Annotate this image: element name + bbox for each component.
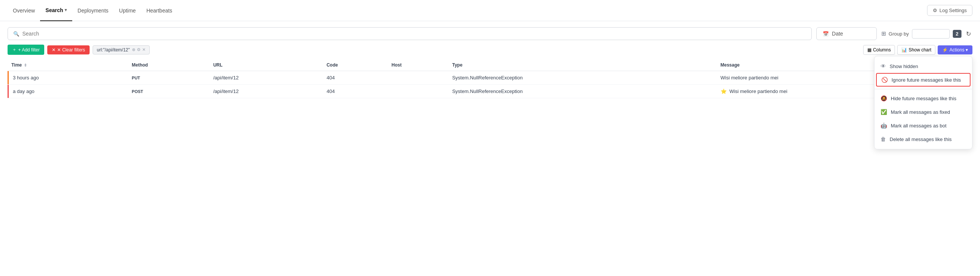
cell-host — [388, 85, 449, 98]
col-host[interactable]: Host — [388, 59, 449, 71]
col-code[interactable]: Code — [323, 59, 388, 71]
show-chart-button[interactable]: 📊 Show chart — [897, 45, 935, 55]
star-icon: ⭐ — [721, 88, 727, 94]
nav-search[interactable]: Search ▾ — [40, 0, 72, 21]
search-row: 🔍 📅 Date ⊞ Group by 2 ↻ — [8, 27, 972, 40]
dropdown-divider — [875, 89, 972, 89]
group-by-label: ⊞ Group by — [881, 30, 908, 37]
show-hidden-label: Show hidden — [889, 64, 918, 69]
cell-code: 404 — [323, 85, 388, 98]
search-box[interactable]: 🔍 — [8, 27, 812, 40]
table-row[interactable]: 3 hours ago PUT /api/item/12 404 System.… — [8, 71, 972, 85]
group-by-section: ⊞ Group by 2 ↻ — [881, 29, 972, 39]
cell-method: PUT — [128, 71, 210, 85]
nav-deployments[interactable]: Deployments — [72, 0, 114, 21]
show-hidden-icon: 👁 — [881, 63, 886, 69]
filter-row: ＋ + Add filter ✕ ✕ Clear filters url:"/a… — [8, 45, 972, 55]
hide-future-label: Hide future messages like this — [891, 96, 956, 101]
cell-url: /api/item/12 — [210, 71, 323, 85]
x-icon: ✕ — [52, 47, 56, 53]
dropdown-item-hide-future[interactable]: 🔕 Hide future messages like this — [875, 91, 972, 104]
refresh-icon: ↻ — [966, 30, 971, 37]
lightning-icon: ⚡ — [942, 47, 948, 53]
nav-uptime[interactable]: Uptime — [114, 0, 141, 21]
filter-tag-icons: ⊗ ⚙ ✕ — [132, 47, 146, 52]
cell-time: a day ago — [8, 85, 128, 98]
cell-host — [388, 71, 449, 85]
data-table: Time ⇕ Method URL Code Host Type — [8, 59, 972, 98]
dropdown-item-ignore-future[interactable]: 🚫 Ignore future messages like this — [876, 73, 970, 86]
table-body: 3 hours ago PUT /api/item/12 404 System.… — [8, 71, 972, 98]
clear-filters-button[interactable]: ✕ ✕ Clear filters — [47, 45, 90, 54]
cell-method: POST — [128, 85, 210, 98]
add-filter-button[interactable]: ＋ + Add filter — [8, 45, 44, 55]
actions-dropdown: 👁 Show hidden 🚫 Ignore future messages l… — [874, 56, 972, 104]
nav-heartbeats[interactable]: Heartbeats — [141, 0, 177, 21]
filter-tag: url:"/api/item/12" ⊗ ⚙ ✕ — [92, 45, 150, 54]
ignore-future-label: Ignore future messages like this — [891, 77, 961, 83]
top-nav: Overview Search ▾ Deployments Uptime Hea… — [0, 0, 980, 21]
actions-button[interactable]: ⚡ Actions ▾ — [938, 45, 972, 54]
log-settings-button[interactable]: ⚙ Log Settings — [927, 5, 972, 16]
filter-remove-icon[interactable]: ✕ — [142, 47, 146, 52]
cell-code: 404 — [323, 71, 388, 85]
date-button[interactable]: 📅 Date — [816, 27, 877, 40]
group-by-badge: 2 — [953, 30, 961, 38]
col-url[interactable]: URL — [210, 59, 323, 71]
search-icon: 🔍 — [13, 31, 19, 37]
gear-icon: ⚙ — [933, 8, 937, 13]
filter-edit-icon[interactable]: ⊗ — [132, 47, 135, 52]
layers-icon: ⊞ — [881, 30, 886, 37]
dropdown-item-show-hidden[interactable]: 👁 Show hidden — [875, 59, 972, 73]
sort-icon: ⇕ — [24, 63, 27, 67]
table-header: Time ⇕ Method URL Code Host Type — [8, 59, 972, 71]
hide-future-icon: 🔕 — [881, 95, 887, 101]
main-content: 🔍 📅 Date ⊞ Group by 2 ↻ ＋ + Add filter — [0, 21, 980, 104]
cell-url: /api/item/12 — [210, 85, 323, 98]
search-input[interactable] — [22, 30, 806, 37]
filter-settings-icon[interactable]: ⚙ — [137, 47, 141, 52]
table-row[interactable]: a day ago POST /api/item/12 404 System.N… — [8, 85, 972, 98]
calendar-icon: 📅 — [823, 31, 829, 37]
nav-overview[interactable]: Overview — [8, 0, 40, 21]
col-type[interactable]: Type — [449, 59, 717, 71]
cell-type: System.NullReferenceException — [449, 71, 717, 85]
columns-icon: ▦ — [867, 47, 872, 53]
refresh-button[interactable]: ↻ — [964, 29, 972, 39]
plus-icon: ＋ — [12, 46, 17, 53]
group-by-select[interactable] — [912, 29, 950, 38]
nav-search-chevron: ▾ — [65, 8, 67, 13]
action-buttons: ▦ Columns 📊 Show chart ⚡ Actions ▾ — [863, 45, 972, 55]
cell-type: System.NullReferenceException — [449, 85, 717, 98]
columns-button[interactable]: ▦ Columns — [863, 45, 895, 55]
cell-time: 3 hours ago — [8, 71, 128, 85]
chart-icon: 📊 — [901, 47, 907, 53]
col-method[interactable]: Method — [128, 59, 210, 71]
ignore-future-icon: 🚫 — [881, 77, 888, 83]
col-time[interactable]: Time ⇕ — [8, 59, 128, 71]
